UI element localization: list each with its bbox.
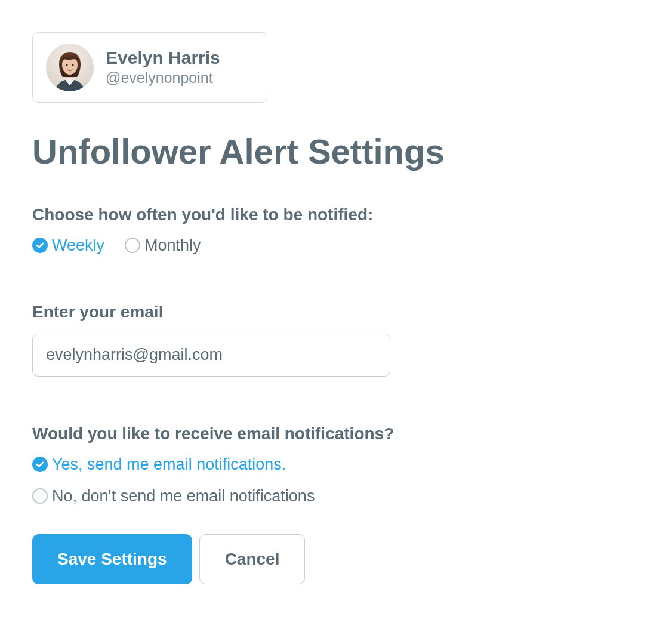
radio-weekly-label: Weekly xyxy=(52,236,104,255)
email-label: Enter your email xyxy=(32,303,640,322)
radio-checked-icon xyxy=(32,457,48,472)
svg-point-3 xyxy=(72,64,73,66)
svg-point-2 xyxy=(66,64,67,66)
radio-unchecked-icon xyxy=(32,488,48,504)
notifications-section: Would you like to receive email notifica… xyxy=(32,424,640,505)
cancel-button[interactable]: Cancel xyxy=(199,534,306,584)
notifications-options: Yes, send me email notifications. No, do… xyxy=(32,455,640,505)
user-card: Evelyn Harris @evelynonpoint xyxy=(32,32,267,103)
radio-unchecked-icon xyxy=(125,238,140,253)
email-field[interactable] xyxy=(32,334,390,377)
user-name: Evelyn Harris xyxy=(106,48,220,69)
frequency-section: Choose how often you'd like to be notifi… xyxy=(32,205,640,255)
email-section: Enter your email xyxy=(32,303,640,377)
frequency-question: Choose how often you'd like to be notifi… xyxy=(32,205,640,224)
radio-monthly-label: Monthly xyxy=(144,236,201,255)
radio-notify-no-label: No, don't send me email notifications xyxy=(52,487,315,505)
frequency-options: Weekly Monthly xyxy=(32,236,640,255)
page-title: Unfollower Alert Settings xyxy=(32,132,640,171)
notifications-question: Would you like to receive email notifica… xyxy=(32,424,640,443)
user-text: Evelyn Harris @evelynonpoint xyxy=(106,48,220,88)
radio-monthly[interactable]: Monthly xyxy=(125,236,201,255)
save-button[interactable]: Save Settings xyxy=(32,534,192,584)
radio-notify-no[interactable]: No, don't send me email notifications xyxy=(32,487,640,505)
avatar xyxy=(46,44,94,91)
button-row: Save Settings Cancel xyxy=(32,534,640,584)
radio-weekly[interactable]: Weekly xyxy=(32,236,104,255)
radio-checked-icon xyxy=(32,238,48,253)
radio-notify-yes-label: Yes, send me email notifications. xyxy=(52,455,286,474)
user-handle: @evelynonpoint xyxy=(106,68,220,88)
radio-notify-yes[interactable]: Yes, send me email notifications. xyxy=(32,455,640,474)
